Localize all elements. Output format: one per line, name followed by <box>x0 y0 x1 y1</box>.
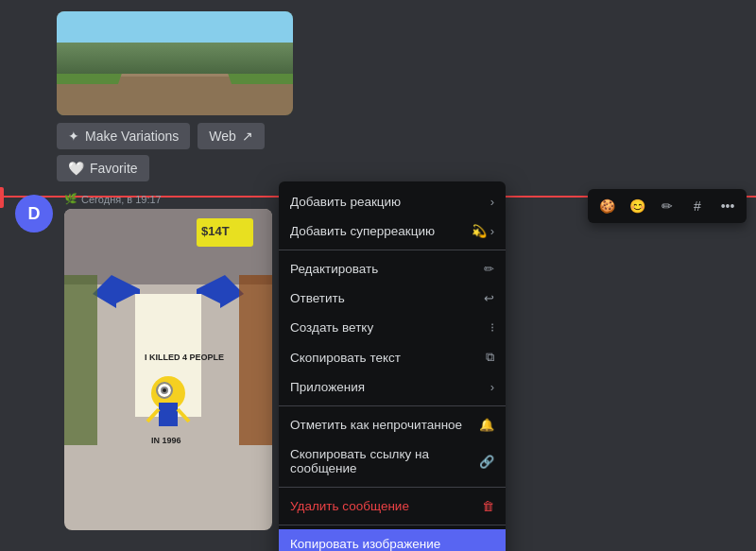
shirt-svg: $14T I KILLED 4 PEOPLE IN 1996 <box>64 209 272 530</box>
svg-point-10 <box>163 388 166 392</box>
heart-icon: 🤍 <box>68 161 84 176</box>
boost-icon[interactable]: 😊 <box>624 193 650 219</box>
svg-rect-7 <box>159 403 178 426</box>
context-copy-text[interactable]: Скопировать текст ⧉ <box>279 342 506 372</box>
context-delete[interactable]: Удалить сообщение 🗑 <box>279 491 506 521</box>
external-link-icon: ↗ <box>242 129 253 144</box>
context-copy-text-label: Скопировать текст <box>290 351 401 365</box>
context-edit-label: Редактировать <box>290 262 378 276</box>
context-mark-unread-icon: 🔔 <box>479 418 494 432</box>
context-reply-icon: ↩ <box>484 291 494 305</box>
context-create-thread[interactable]: Создать ветку ⁝ <box>279 313 506 342</box>
context-create-thread-label: Создать ветку <box>290 320 373 335</box>
context-edit[interactable]: Редактировать ✏ <box>279 254 506 284</box>
context-reply-label: Ответить <box>290 291 345 305</box>
web-label: Web <box>209 129 236 144</box>
avatar-icon: D <box>28 204 41 224</box>
context-create-thread-icon: ⁝ <box>490 320 494 335</box>
context-menu: Добавить реакцию › Добавить суперреакцию… <box>279 181 506 551</box>
context-add-super-reaction[interactable]: Добавить суперреакцию 💫 › <box>279 216 506 246</box>
emoji-icon[interactable]: 🍪 <box>593 193 620 219</box>
context-mark-unread[interactable]: Отметить как непрочитанное 🔔 <box>279 410 506 439</box>
web-button[interactable]: Web ↗ <box>198 123 265 149</box>
make-variations-button[interactable]: ✦ Make Variations <box>57 123 190 149</box>
context-separator-3 <box>279 487 506 488</box>
make-variations-icon: ✦ <box>68 129 79 144</box>
context-add-reaction-arrow: › <box>490 195 494 209</box>
context-delete-label: Удалить сообщение <box>290 499 409 513</box>
timestamp-text: Сегодня, в 19:17 <box>81 194 162 205</box>
favorite-label: Favorite <box>90 161 138 176</box>
favorite-button[interactable]: 🤍 Favorite <box>57 155 149 181</box>
context-copy-text-icon: ⧉ <box>486 350 494 365</box>
timestamp-leaf-icon: 🌿 <box>64 193 77 205</box>
image-action-buttons: ✦ Make Variations Web ↗ <box>57 123 737 149</box>
svg-rect-16 <box>239 275 272 445</box>
svg-rect-15 <box>64 275 97 445</box>
context-delete-icon: 🗑 <box>482 499 494 513</box>
context-mark-unread-label: Отметить как непрочитанное <box>290 418 462 432</box>
context-add-reaction[interactable]: Добавить реакцию › <box>279 187 506 216</box>
top-area: ✦ Make Variations Web ↗ 🤍 Favorite <box>0 0 756 181</box>
context-add-super-reaction-label: Добавить суперреакцию <box>290 224 435 238</box>
message-timestamp: 🌿 Сегодня, в 19:17 <box>64 193 162 205</box>
context-copy-link-label: Скопировать ссылку на сообщение <box>290 447 479 475</box>
svg-text:$14T: $14T <box>201 224 230 238</box>
context-apps-label: Приложения <box>290 380 365 394</box>
avatar: D <box>15 195 53 232</box>
thread-icon[interactable]: # <box>684 193 711 219</box>
make-variations-label: Make Variations <box>85 129 179 144</box>
message-toolbar: 🍪 😊 ✏ # ••• <box>588 189 747 223</box>
context-separator-2 <box>279 405 506 406</box>
context-copy-link[interactable]: Скопировать ссылку на сообщение 🔗 <box>279 439 506 483</box>
context-copy-image-label: Копировать изображение <box>290 537 440 551</box>
context-add-reaction-label: Добавить реакцию <box>290 195 401 209</box>
context-edit-icon: ✏ <box>484 262 494 276</box>
context-add-super-reaction-arrow: 💫 › <box>472 224 494 238</box>
context-separator-4 <box>279 525 506 525</box>
context-copy-image[interactable]: Копировать изображение <box>279 529 506 551</box>
svg-text:I KILLED 4 PEOPLE: I KILLED 4 PEOPLE <box>145 353 224 362</box>
more-icon[interactable]: ••• <box>714 193 741 219</box>
top-image <box>57 11 293 115</box>
svg-text:IN 1996: IN 1996 <box>151 436 181 445</box>
context-copy-link-icon: 🔗 <box>479 455 494 469</box>
context-apps-arrow: › <box>490 380 494 394</box>
context-reply[interactable]: Ответить ↩ <box>279 284 506 313</box>
context-apps[interactable]: Приложения › <box>279 372 506 402</box>
edit-icon[interactable]: ✏ <box>654 193 680 219</box>
context-separator-1 <box>279 250 506 250</box>
message-image: $14T I KILLED 4 PEOPLE IN 1996 <box>64 209 272 530</box>
